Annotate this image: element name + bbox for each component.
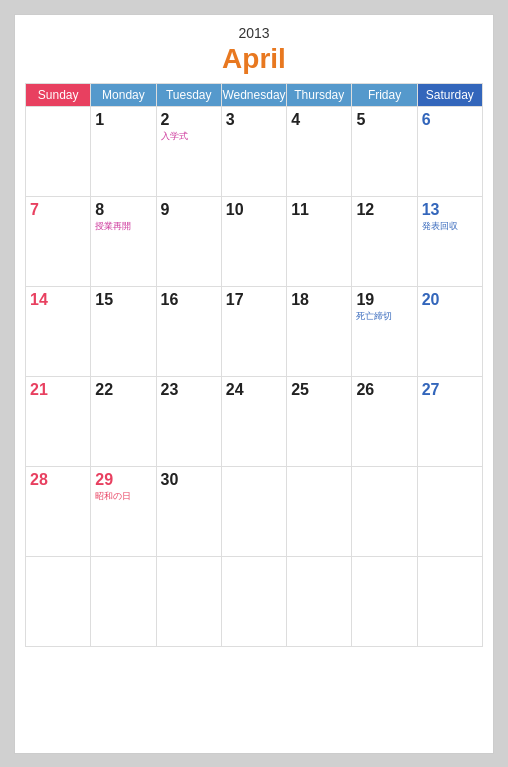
calendar-month: April	[25, 43, 483, 75]
day-number: 6	[422, 111, 478, 129]
calendar-day-cell	[221, 466, 286, 556]
day-number: 9	[161, 201, 217, 219]
calendar-day-cell: 25	[287, 376, 352, 466]
calendar-week-row: 2829昭和の日30	[26, 466, 483, 556]
calendar-day-cell: 30	[156, 466, 221, 556]
header-saturday: Saturday	[417, 83, 482, 106]
calendar-day-cell	[287, 466, 352, 556]
calendar-week-row: 141516171819死亡締切20	[26, 286, 483, 376]
day-number: 24	[226, 381, 282, 399]
day-number: 21	[30, 381, 86, 399]
calendar-day-cell: 18	[287, 286, 352, 376]
header-monday: Monday	[91, 83, 156, 106]
header-thursday: Thursday	[287, 83, 352, 106]
calendar-day-cell: 5	[352, 106, 417, 196]
calendar-day-cell: 23	[156, 376, 221, 466]
day-number: 5	[356, 111, 412, 129]
calendar-day-cell: 6	[417, 106, 482, 196]
header-wednesday: Wednesday	[221, 83, 286, 106]
day-number: 29	[95, 471, 151, 489]
day-number: 3	[226, 111, 282, 129]
day-number: 14	[30, 291, 86, 309]
calendar-day-cell: 9	[156, 196, 221, 286]
calendar-day-cell: 28	[26, 466, 91, 556]
day-number: 13	[422, 201, 478, 219]
day-number: 22	[95, 381, 151, 399]
calendar-day-cell	[156, 556, 221, 646]
calendar-day-cell: 14	[26, 286, 91, 376]
calendar-day-cell	[287, 556, 352, 646]
day-number: 15	[95, 291, 151, 309]
calendar-day-cell	[417, 556, 482, 646]
calendar-day-cell: 24	[221, 376, 286, 466]
calendar-day-cell	[352, 556, 417, 646]
calendar-day-cell: 7	[26, 196, 91, 286]
calendar-day-cell: 8授業再開	[91, 196, 156, 286]
calendar-day-cell	[26, 556, 91, 646]
calendar-week-row: 21222324252627	[26, 376, 483, 466]
calendar-week-row: 78授業再開910111213発表回収	[26, 196, 483, 286]
day-number: 25	[291, 381, 347, 399]
calendar-day-cell: 19死亡締切	[352, 286, 417, 376]
day-number: 19	[356, 291, 412, 309]
day-event: 発表回収	[422, 221, 478, 232]
day-event: 授業再開	[95, 221, 151, 232]
day-number: 12	[356, 201, 412, 219]
calendar-day-cell: 29昭和の日	[91, 466, 156, 556]
calendar-day-cell: 12	[352, 196, 417, 286]
calendar-day-cell: 15	[91, 286, 156, 376]
calendar-day-cell: 2入学式	[156, 106, 221, 196]
calendar-day-cell: 10	[221, 196, 286, 286]
day-number: 10	[226, 201, 282, 219]
calendar-table: Sunday Monday Tuesday Wednesday Thursday…	[25, 83, 483, 647]
day-number: 7	[30, 201, 86, 219]
day-number: 2	[161, 111, 217, 129]
calendar-day-cell	[221, 556, 286, 646]
day-number: 17	[226, 291, 282, 309]
day-number: 28	[30, 471, 86, 489]
day-event: 入学式	[161, 131, 217, 142]
calendar-day-cell	[352, 466, 417, 556]
header-friday: Friday	[352, 83, 417, 106]
calendar-header-row: Sunday Monday Tuesday Wednesday Thursday…	[26, 83, 483, 106]
day-event: 死亡締切	[356, 311, 412, 322]
calendar-day-cell: 22	[91, 376, 156, 466]
header-tuesday: Tuesday	[156, 83, 221, 106]
calendar-day-cell: 3	[221, 106, 286, 196]
calendar-week-row	[26, 556, 483, 646]
calendar-day-cell: 11	[287, 196, 352, 286]
calendar-day-cell: 26	[352, 376, 417, 466]
calendar-day-cell: 4	[287, 106, 352, 196]
day-event: 昭和の日	[95, 491, 151, 502]
day-number: 1	[95, 111, 151, 129]
day-number: 23	[161, 381, 217, 399]
day-number: 18	[291, 291, 347, 309]
calendar-day-cell: 17	[221, 286, 286, 376]
calendar-day-cell	[26, 106, 91, 196]
calendar-day-cell: 16	[156, 286, 221, 376]
day-number: 26	[356, 381, 412, 399]
calendar-day-cell: 20	[417, 286, 482, 376]
calendar-day-cell	[91, 556, 156, 646]
calendar-day-cell: 13発表回収	[417, 196, 482, 286]
calendar-year: 2013	[25, 25, 483, 41]
day-number: 4	[291, 111, 347, 129]
calendar-day-cell: 21	[26, 376, 91, 466]
calendar-day-cell: 1	[91, 106, 156, 196]
day-number: 11	[291, 201, 347, 219]
calendar-week-row: 12入学式3456	[26, 106, 483, 196]
calendar-container: 2013 April Sunday Monday Tuesday Wednesd…	[14, 14, 494, 754]
calendar-day-cell	[417, 466, 482, 556]
day-number: 30	[161, 471, 217, 489]
header-sunday: Sunday	[26, 83, 91, 106]
day-number: 27	[422, 381, 478, 399]
day-number: 16	[161, 291, 217, 309]
day-number: 20	[422, 291, 478, 309]
calendar-day-cell: 27	[417, 376, 482, 466]
day-number: 8	[95, 201, 151, 219]
